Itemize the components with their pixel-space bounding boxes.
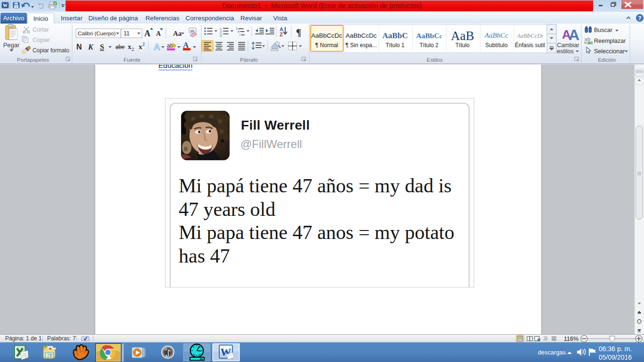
svg-text:?: ? (638, 15, 641, 22)
svg-text:A: A (156, 30, 161, 37)
svg-text:S: S (100, 43, 104, 51)
svg-text:Fuente: Fuente (124, 57, 140, 63)
svg-text:x: x (128, 43, 132, 50)
svg-text:Aa: Aa (173, 30, 182, 37)
svg-text:11: 11 (124, 30, 130, 37)
svg-text:06:36 p. m.: 06:36 p. m. (599, 345, 632, 353)
svg-text:Cambiar: Cambiar (557, 42, 579, 49)
svg-text:AaBbC: AaBbC (382, 31, 408, 40)
svg-text:Z: Z (280, 32, 283, 37)
svg-text:W: W (3, 3, 8, 8)
svg-text:ab: ab (190, 29, 195, 33)
svg-text:Reemplazar: Reemplazar (594, 38, 626, 44)
svg-text:Estilos: Estilos (427, 57, 443, 63)
svg-text:AaB: AaB (451, 29, 474, 43)
svg-text:Cortar: Cortar (33, 26, 49, 33)
svg-text:Título 1: Título 1 (386, 42, 405, 49)
svg-text:AaBbCc: AaBbCc (484, 32, 508, 39)
svg-text:3: 3 (220, 33, 222, 38)
svg-text:2: 2 (142, 41, 145, 47)
svg-text:Edición: Edición (598, 57, 616, 63)
svg-text:A: A (569, 26, 579, 43)
svg-text:¶ Sin espa...: ¶ Sin espa... (346, 42, 377, 49)
svg-text:Seleccionar: Seleccionar (594, 48, 625, 55)
svg-text:2: 2 (132, 47, 134, 52)
svg-text:05/09/2016: 05/09/2016 (599, 354, 632, 361)
svg-text:abe: abe (116, 43, 124, 50)
svg-text:estilos: estilos (557, 48, 573, 55)
svg-text:AaBbCcDt: AaBbCcDt (516, 32, 544, 39)
svg-text:Portapapeles: Portapapeles (17, 57, 49, 63)
svg-text:AaBbCcDc: AaBbCcDc (311, 32, 342, 39)
svg-text:Párrafo: Párrafo (240, 57, 258, 63)
svg-text:N: N (76, 43, 82, 51)
svg-text:Copiar: Copiar (33, 37, 50, 43)
svg-text:Título 2: Título 2 (420, 42, 438, 49)
svg-text:Título: Título (455, 42, 470, 49)
svg-text:AaBbCc: AaBbCc (416, 32, 442, 40)
svg-text:Copiar formato: Copiar formato (33, 47, 69, 54)
svg-text:Subtítulo: Subtítulo (485, 42, 508, 49)
svg-text:descargas: descargas (538, 349, 566, 356)
svg-text:A: A (144, 29, 150, 38)
svg-text:Pegar: Pegar (3, 41, 20, 49)
svg-text:ac: ac (587, 40, 593, 45)
svg-text:¶ Normal: ¶ Normal (315, 42, 338, 49)
svg-text:Buscar: Buscar (594, 27, 612, 33)
svg-text:a: a (238, 30, 239, 33)
svg-text:K: K (88, 43, 94, 51)
svg-text:AaBbCcDc: AaBbCcDc (346, 32, 377, 39)
svg-text:Calibri (Cuerpo): Calibri (Cuerpo) (78, 31, 116, 36)
svg-text:116%: 116% (564, 336, 578, 342)
svg-text:Énfasis sutil: Énfasis sutil (515, 41, 545, 49)
svg-text:A: A (154, 42, 160, 52)
svg-text:i: i (239, 33, 240, 36)
svg-text:¶: ¶ (296, 27, 301, 38)
svg-text:x: x (139, 43, 142, 50)
